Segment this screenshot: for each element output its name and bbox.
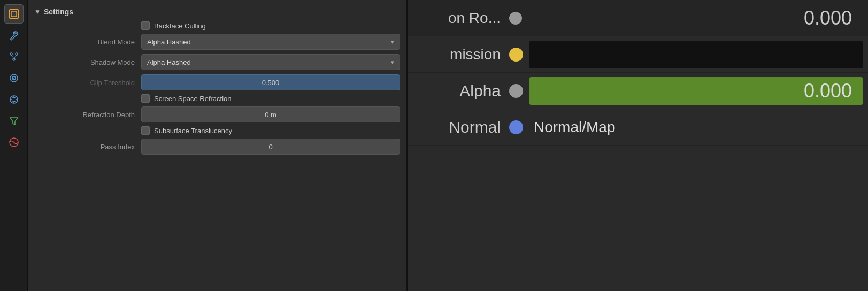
node-value-2-text: 0.000 bbox=[804, 80, 852, 102]
sidebar-icon-wrench[interactable] bbox=[4, 26, 24, 45]
clip-threshold-control: 0.500 bbox=[141, 74, 400, 90]
blend-mode-dropdown[interactable]: Alpha Hashed ▾ bbox=[141, 34, 400, 50]
svg-line-5 bbox=[11, 55, 14, 58]
sidebar-icon-particles[interactable] bbox=[4, 47, 24, 66]
pass-index-label: Pass Index bbox=[34, 143, 141, 151]
node-label-0: on Ro... bbox=[413, 10, 509, 27]
blend-mode-control: Alpha Hashed ▾ bbox=[141, 34, 400, 50]
sidebar-icon-filter[interactable] bbox=[4, 111, 24, 131]
screen-space-refraction-row: Screen Space Refraction bbox=[34, 94, 400, 103]
screen-space-refraction-checkbox[interactable] bbox=[141, 94, 150, 103]
node-label-3-text: Normal bbox=[449, 118, 501, 136]
section-header: ▼ Settings bbox=[34, 4, 400, 21]
svg-point-4 bbox=[13, 58, 15, 60]
node-socket-1 bbox=[509, 48, 523, 62]
node-value-3-text: Normal/Map bbox=[534, 119, 615, 136]
node-socket-2 bbox=[509, 84, 523, 98]
sidebar bbox=[0, 0, 28, 291]
node-value-1 bbox=[529, 41, 863, 68]
pass-index-control: 0 bbox=[141, 139, 400, 155]
blend-mode-chevron-icon: ▾ bbox=[391, 39, 394, 45]
sidebar-icon-material[interactable] bbox=[4, 133, 24, 152]
clip-threshold-row: Clip Threshold 0.500 bbox=[34, 74, 400, 91]
node-row-0: on Ro... 0.000 bbox=[408, 0, 868, 36]
svg-rect-1 bbox=[11, 11, 17, 17]
clip-threshold-label: Clip Threshold bbox=[34, 79, 141, 87]
svg-point-3 bbox=[16, 53, 18, 55]
blend-mode-label: Blend Mode bbox=[34, 38, 141, 46]
node-label-1-text: mission bbox=[450, 46, 501, 63]
shadow-mode-chevron-icon: ▾ bbox=[391, 59, 394, 66]
subsurface-translucency-label: Subsurface Translucency bbox=[154, 127, 232, 135]
blend-mode-row: Blend Mode Alpha Hashed ▾ bbox=[34, 33, 400, 50]
clip-threshold-input[interactable]: 0.500 bbox=[141, 74, 400, 90]
sidebar-icon-object[interactable] bbox=[4, 4, 24, 24]
shadow-mode-row: Shadow Mode Alpha Hashed ▾ bbox=[34, 53, 400, 71]
node-label-2-text: Alpha bbox=[459, 82, 501, 99]
refraction-depth-label: Refraction Depth bbox=[34, 111, 141, 119]
pass-index-row: Pass Index 0 bbox=[34, 138, 400, 155]
blend-mode-value: Alpha Hashed bbox=[147, 38, 191, 46]
node-row-2: Alpha 0.000 bbox=[408, 73, 868, 109]
node-socket-3 bbox=[509, 120, 523, 134]
pass-index-input[interactable]: 0 bbox=[141, 139, 400, 155]
svg-point-11 bbox=[12, 97, 16, 102]
svg-point-9 bbox=[13, 78, 14, 79]
node-socket-0 bbox=[509, 12, 522, 25]
pass-index-value: 0 bbox=[268, 143, 272, 151]
node-label-3: Normal bbox=[413, 118, 509, 136]
section-title: Settings bbox=[44, 7, 73, 16]
node-value-0: 0.000 bbox=[528, 7, 863, 29]
shadow-mode-dropdown[interactable]: Alpha Hashed ▾ bbox=[141, 54, 400, 70]
node-label-0-text: on Ro... bbox=[448, 10, 501, 26]
refraction-depth-control: 0 m bbox=[141, 106, 400, 122]
node-row-3: Normal Normal/Map bbox=[408, 109, 868, 146]
node-row-1: mission bbox=[408, 36, 868, 73]
shadow-mode-control: Alpha Hashed ▾ bbox=[141, 54, 400, 70]
backface-culling-checkbox[interactable] bbox=[141, 21, 150, 30]
backface-culling-label: Backface Culling bbox=[154, 22, 206, 30]
subsurface-translucency-row: Subsurface Translucency bbox=[34, 126, 400, 135]
sidebar-icon-modifier[interactable] bbox=[4, 90, 24, 109]
section-arrow: ▼ bbox=[34, 8, 41, 16]
node-label-2: Alpha bbox=[413, 82, 509, 100]
refraction-depth-row: Refraction Depth 0 m bbox=[34, 106, 400, 123]
node-value-0-text: 0.000 bbox=[804, 7, 852, 29]
shadow-mode-value: Alpha Hashed bbox=[147, 58, 191, 66]
refraction-depth-input[interactable]: 0 m bbox=[141, 106, 400, 122]
subsurface-translucency-checkbox[interactable] bbox=[141, 126, 150, 135]
node-label-1: mission bbox=[413, 46, 509, 63]
screen-space-refraction-label: Screen Space Refraction bbox=[154, 95, 232, 103]
clip-threshold-value: 0.500 bbox=[262, 79, 280, 87]
svg-point-2 bbox=[10, 53, 12, 55]
backface-culling-row: Backface Culling bbox=[34, 21, 400, 30]
shadow-mode-label: Shadow Mode bbox=[34, 58, 141, 66]
left-panel: ▼ Settings Backface Culling Blend Mode A… bbox=[0, 0, 406, 291]
node-value-2: 0.000 bbox=[529, 77, 863, 105]
svg-line-6 bbox=[14, 55, 17, 58]
node-value-3: Normal/Map bbox=[529, 119, 863, 136]
sidebar-icon-constraints[interactable] bbox=[4, 68, 24, 88]
refraction-depth-value: 0 m bbox=[265, 111, 276, 119]
right-panel: on Ro... 0.000 mission Alpha 0.000 Norma… bbox=[406, 0, 868, 291]
settings-panel: ▼ Settings Backface Culling Blend Mode A… bbox=[28, 0, 406, 291]
